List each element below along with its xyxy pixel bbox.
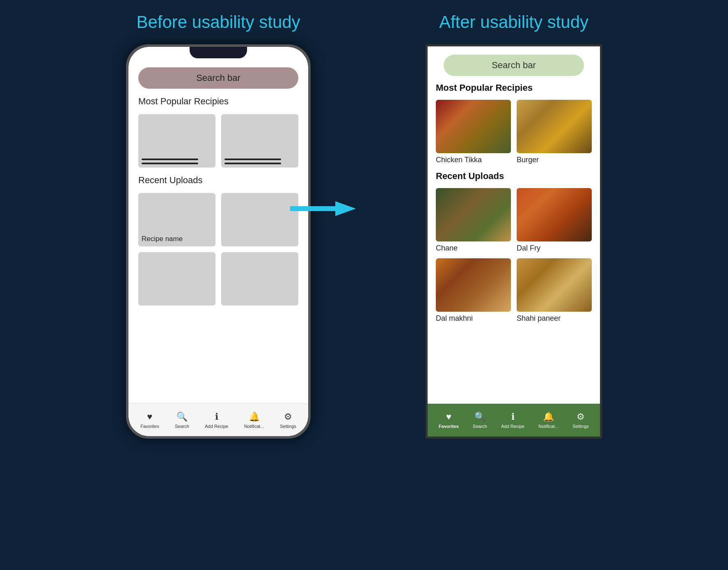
after-panel: After usability study Search bar Most Po… [426, 12, 602, 439]
phone-notch [190, 47, 247, 58]
before-recent-card-2[interactable] [221, 193, 298, 246]
after-popular-card-chicken[interactable]: Chicken Tikka [436, 100, 511, 164]
after-nav-notifications[interactable]: 🔔 Notificat... [538, 411, 559, 429]
add-recipe-icon: ℹ [215, 411, 218, 422]
after-heading: After usability study [439, 12, 588, 32]
before-section2-label: Recent Uploads [138, 175, 298, 186]
after-section2-label: Recent Uploads [436, 171, 592, 182]
after-recent-grid: Chane Dal Fry Dal makhni Shahi paneer [436, 188, 592, 323]
after-mockup: Search bar Most Popular Recipies Chicken… [426, 44, 602, 439]
card-line-1a [142, 159, 198, 160]
shahi-paneer-label: Shahi paneer [517, 314, 592, 323]
before-nav-notif-label: Notificat... [244, 424, 264, 429]
after-nav-add[interactable]: ℹ Add Recipe [501, 411, 524, 429]
dal-fry-label: Dal Fry [517, 244, 592, 253]
before-nav-favorites-label: Favorites [140, 424, 159, 429]
after-bottom-nav: ♥ Favorites 🔍 Search ℹ Add Recipe 🔔 Noti… [428, 404, 600, 437]
before-heading: Before usability study [136, 12, 300, 32]
before-nav-settings-label: Settings [280, 424, 296, 429]
shahi-paneer-image [517, 258, 592, 312]
before-nav-notifications[interactable]: 🔔 Notificat... [244, 411, 264, 429]
after-popular-card-burger[interactable]: Burger [517, 100, 592, 164]
after-recent-card-dal-fry[interactable]: Dal Fry [517, 188, 592, 253]
dal-fry-image [517, 188, 592, 241]
card-line-2b [224, 163, 281, 164]
before-recent-card-1[interactable]: Recipe name [138, 193, 215, 246]
after-nav-favorites[interactable]: ♥ Favorites [439, 411, 459, 429]
before-nav-search[interactable]: 🔍 Search [175, 411, 189, 429]
after-nav-add-label: Add Recipe [501, 424, 524, 429]
notifications-icon: 🔔 [249, 411, 260, 422]
card-lines-2 [224, 159, 295, 164]
before-section1-label: Most Popular Recipies [138, 96, 298, 107]
after-recent-card-shahi-paneer[interactable]: Shahi paneer [517, 258, 592, 323]
before-recent-grid: Recipe name [138, 193, 298, 306]
after-nav-settings[interactable]: ⚙ Settings [572, 411, 589, 429]
chane-image [436, 188, 511, 241]
search-icon: 🔍 [176, 411, 188, 422]
before-nav-favorites[interactable]: ♥ Favorites [140, 411, 159, 429]
after-notifications-icon: 🔔 [543, 411, 554, 422]
after-popular-grid: Chicken Tikka Burger [436, 100, 592, 164]
before-nav-search-label: Search [175, 424, 189, 429]
before-nav-settings[interactable]: ⚙ Settings [280, 411, 296, 429]
card-line-2a [224, 159, 281, 160]
before-popular-grid [138, 114, 298, 168]
burger-image [517, 100, 592, 153]
dal-makhni-image [436, 258, 511, 312]
before-search-bar-label: Search bar [196, 73, 240, 83]
after-nav-search-label: Search [473, 424, 487, 429]
after-content: Search bar Most Popular Recipies Chicken… [428, 46, 600, 404]
burger-label: Burger [517, 156, 592, 164]
after-search-bar-label: Search bar [492, 60, 536, 71]
dal-makhni-label: Dal makhni [436, 314, 511, 323]
chane-label: Chane [436, 244, 511, 253]
before-recent-card-3[interactable] [138, 252, 215, 306]
before-recipe-card-1[interactable] [138, 114, 215, 168]
before-phone-mockup: Search bar Most Popular Recipies [126, 44, 311, 439]
card-line-1b [142, 163, 198, 164]
after-recent-card-dal-makhni[interactable]: Dal makhni [436, 258, 511, 323]
favorites-icon: ♥ [147, 411, 152, 422]
before-search-bar[interactable]: Search bar [138, 67, 298, 89]
after-recent-card-chane[interactable]: Chane [436, 188, 511, 253]
before-recipe-card-2[interactable] [221, 114, 298, 168]
after-add-recipe-icon: ℹ [511, 411, 515, 422]
after-search-bar[interactable]: Search bar [444, 55, 584, 76]
after-nav-settings-label: Settings [572, 424, 589, 429]
after-search-icon: 🔍 [474, 411, 485, 422]
after-nav-favorites-label: Favorites [439, 424, 459, 429]
settings-icon: ⚙ [284, 411, 292, 422]
after-nav-search[interactable]: 🔍 Search [473, 411, 487, 429]
chicken-tikka-image [436, 100, 511, 153]
before-bottom-nav: ♥ Favorites 🔍 Search ℹ Add Recipe 🔔 Noti… [128, 403, 308, 436]
before-recent-card-4[interactable] [221, 252, 298, 306]
arrow-container [335, 12, 401, 216]
after-favorites-icon: ♥ [446, 411, 451, 422]
before-nav-add-label: Add Recipe [205, 424, 228, 429]
main-container: Before usability study Search bar Most P… [16, 12, 712, 439]
before-nav-add[interactable]: ℹ Add Recipe [205, 411, 228, 429]
after-nav-notif-label: Notificat... [538, 424, 559, 429]
after-settings-icon: ⚙ [577, 411, 585, 422]
transition-arrow [335, 201, 401, 216]
before-phone-screen: Search bar Most Popular Recipies [128, 47, 308, 436]
before-recipe-name: Recipe name [142, 235, 212, 243]
card-lines-1 [142, 159, 212, 164]
after-section1-label: Most Popular Recipies [436, 83, 592, 93]
before-panel: Before usability study Search bar Most P… [126, 12, 311, 439]
chicken-tikka-label: Chicken Tikka [436, 156, 511, 164]
before-phone-content: Search bar Most Popular Recipies [128, 47, 308, 403]
